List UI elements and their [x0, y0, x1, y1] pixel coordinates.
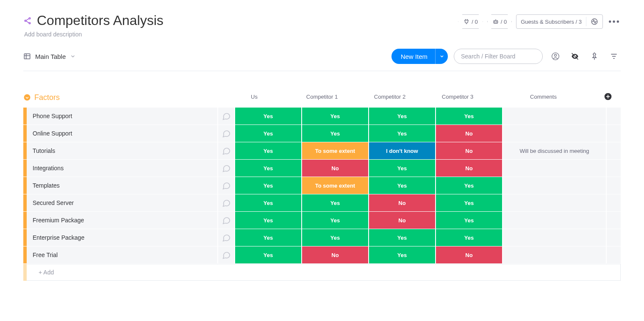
status-cell[interactable]: No — [302, 246, 369, 263]
group-title[interactable]: Factors — [34, 93, 60, 102]
table-row[interactable]: Enterprise PackageYesYesYesYes — [23, 229, 621, 246]
status-cell[interactable]: Yes — [369, 177, 436, 194]
chat-bubble-icon — [222, 198, 231, 208]
status-cell[interactable]: Yes — [235, 142, 302, 159]
comments-cell[interactable] — [503, 246, 607, 263]
status-cell[interactable]: Yes — [302, 229, 369, 246]
integrations-badge[interactable]: / 0 — [458, 14, 483, 29]
comments-cell[interactable] — [503, 108, 607, 125]
person-icon — [551, 52, 560, 61]
status-cell[interactable]: No — [436, 125, 503, 142]
status-cell[interactable]: Yes — [235, 229, 302, 246]
status-cell[interactable]: Yes — [436, 108, 503, 125]
open-updates-button[interactable] — [218, 142, 235, 159]
open-updates-button[interactable] — [218, 246, 235, 263]
table-row[interactable]: Freemium PackageYesYesNoYes — [23, 212, 621, 229]
status-cell[interactable]: Yes — [436, 212, 503, 229]
view-picker[interactable]: Main Table — [23, 53, 76, 60]
person-filter-button[interactable] — [549, 50, 562, 63]
status-cell[interactable]: Yes — [436, 229, 503, 246]
table-row[interactable]: TutorialsYesTo some extentI don't knowNo… — [23, 142, 621, 160]
status-cell[interactable]: I don't know — [369, 142, 436, 159]
column-header-competitor2[interactable]: Competitor 2 — [356, 94, 424, 102]
status-cell[interactable]: Yes — [235, 212, 302, 229]
status-cell[interactable]: Yes — [369, 108, 436, 125]
table-row[interactable]: Secured ServerYesYesNoYes — [23, 194, 621, 212]
column-header-competitor3[interactable]: Competitor 3 — [424, 94, 491, 102]
new-item-dropdown[interactable] — [435, 49, 448, 64]
status-cell[interactable]: No — [436, 160, 503, 177]
open-updates-button[interactable] — [218, 177, 235, 194]
guests-subscribers-pill[interactable]: Guests & Subscribers / 3 — [516, 14, 603, 29]
status-cell[interactable]: No — [436, 246, 503, 263]
open-updates-button[interactable] — [218, 160, 235, 177]
search-input[interactable] — [461, 53, 536, 60]
status-cell[interactable]: Yes — [235, 177, 302, 194]
status-cell[interactable]: Yes — [436, 177, 503, 194]
sort-filter-button[interactable] — [607, 50, 621, 63]
item-name-cell[interactable]: Free Trial — [27, 246, 218, 263]
open-updates-button[interactable] — [218, 229, 235, 246]
comments-cell[interactable] — [503, 177, 607, 194]
status-cell[interactable]: Yes — [302, 194, 369, 211]
comments-cell[interactable]: Will be discussed in meeting — [503, 142, 607, 159]
status-cell[interactable]: Yes — [235, 246, 302, 263]
item-name-cell[interactable]: Online Support — [27, 125, 218, 142]
pin-button[interactable] — [588, 50, 601, 63]
comments-cell[interactable] — [503, 160, 607, 177]
status-cell[interactable]: No — [302, 160, 369, 177]
open-updates-button[interactable] — [218, 125, 235, 142]
column-header-us[interactable]: Us — [220, 94, 288, 102]
table-row[interactable]: Online SupportYesYesYesNo — [23, 125, 621, 142]
collapse-group-icon[interactable] — [23, 94, 31, 101]
board-description[interactable]: Add board description — [24, 31, 164, 38]
status-cell[interactable]: Yes — [235, 108, 302, 125]
status-cell[interactable]: Yes — [369, 160, 436, 177]
item-name-cell[interactable]: Enterprise Package — [27, 229, 218, 246]
status-cell[interactable]: Yes — [302, 108, 369, 125]
board-title[interactable]: Competitors Analysis — [37, 13, 164, 28]
automations-badge[interactable]: / 0 — [487, 14, 512, 29]
item-name-cell[interactable]: Tutorials — [27, 142, 218, 159]
status-cell[interactable]: Yes — [302, 125, 369, 142]
status-cell[interactable]: Yes — [436, 194, 503, 211]
table-row[interactable]: Phone SupportYesYesYesYes — [23, 108, 621, 125]
item-name-cell[interactable]: Freemium Package — [27, 212, 218, 229]
item-name-cell[interactable]: Secured Server — [27, 194, 218, 211]
status-cell[interactable]: Yes — [235, 194, 302, 211]
table-row[interactable]: TemplatesYesTo some extentYesYes — [23, 177, 621, 194]
status-cell[interactable]: To some extent — [302, 177, 369, 194]
status-cell[interactable]: Yes — [235, 160, 302, 177]
status-cell[interactable]: No — [369, 194, 436, 211]
add-column-button[interactable] — [595, 92, 621, 102]
svg-point-10 — [613, 20, 615, 22]
status-cell[interactable]: Yes — [369, 229, 436, 246]
item-name-cell[interactable]: Templates — [27, 177, 218, 194]
status-cell[interactable]: Yes — [369, 125, 436, 142]
group-color-bar — [23, 125, 27, 142]
open-updates-button[interactable] — [218, 108, 235, 125]
add-row-input[interactable]: + Add — [27, 264, 621, 281]
status-cell[interactable]: No — [369, 212, 436, 229]
table-row[interactable]: IntegrationsYesNoYesNo — [23, 160, 621, 177]
column-header-competitor1[interactable]: Competitor 1 — [288, 94, 356, 102]
open-updates-button[interactable] — [218, 194, 235, 211]
item-name-cell[interactable]: Integrations — [27, 160, 218, 177]
comments-cell[interactable] — [503, 125, 607, 142]
new-item-button[interactable]: New Item — [391, 49, 448, 64]
status-cell[interactable]: To some extent — [302, 142, 369, 159]
item-name-cell[interactable]: Phone Support — [27, 108, 218, 125]
comments-cell[interactable] — [503, 212, 607, 229]
more-menu-button[interactable] — [607, 15, 621, 28]
comments-cell[interactable] — [503, 194, 607, 211]
hide-columns-button[interactable] — [568, 50, 582, 63]
status-cell[interactable]: No — [436, 142, 503, 159]
column-header-comments[interactable]: Comments — [491, 94, 595, 102]
open-updates-button[interactable] — [218, 212, 235, 229]
comments-cell[interactable] — [503, 229, 607, 246]
search-filter-pill[interactable] — [454, 49, 543, 64]
status-cell[interactable]: Yes — [235, 125, 302, 142]
status-cell[interactable]: Yes — [369, 246, 436, 263]
table-row[interactable]: Free TrialYesNoYesNo — [23, 246, 621, 264]
status-cell[interactable]: Yes — [302, 212, 369, 229]
